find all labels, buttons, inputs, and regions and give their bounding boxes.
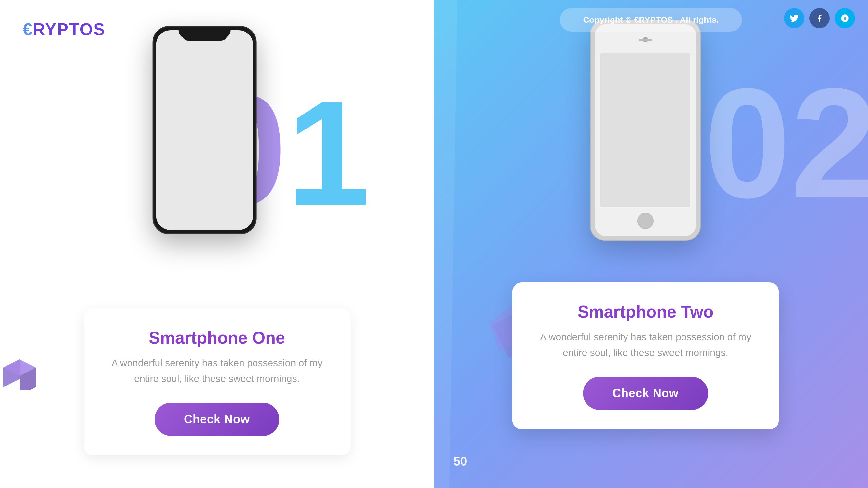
- card-one-title: Smartphone One: [110, 328, 324, 348]
- facebook-icon[interactable]: [809, 8, 830, 28]
- phone-screen: [156, 30, 253, 230]
- logo-text: RYPTOS: [33, 20, 105, 39]
- phone-two-container: [590, 20, 701, 241]
- page-number: 50: [453, 455, 467, 468]
- phone-screen: [600, 53, 690, 207]
- logo-icon: €: [23, 20, 33, 39]
- card-two: Smartphone Two A wonderful serenity has …: [512, 282, 779, 429]
- card-two-title: Smartphone Two: [538, 302, 753, 321]
- card-one: Smartphone One A wonderful serenity has …: [84, 308, 350, 455]
- phone-one-image: [152, 26, 256, 234]
- skype-icon[interactable]: [835, 8, 855, 28]
- left-panel: €RYPTOS 01 Smartphone One A wonderful se…: [0, 0, 434, 488]
- phone-two-image: [590, 20, 701, 241]
- phone-home-button: [637, 213, 653, 229]
- copyright-bar: Copyright © €RYPTOS . All rights.: [560, 8, 742, 32]
- card-two-description: A wonderful serenity has taken possessio…: [538, 329, 753, 360]
- big-num-one: 1: [287, 78, 370, 228]
- check-now-button-one[interactable]: Check Now: [155, 403, 279, 436]
- twitter-icon[interactable]: [784, 8, 804, 28]
- copyright-text: Copyright © €RYPTOS . All rights.: [576, 14, 726, 26]
- logo: €RYPTOS: [23, 20, 105, 39]
- phone-notch: [182, 30, 227, 41]
- diagonal-decoration: [434, 0, 473, 488]
- phone-inner: [595, 24, 696, 236]
- card-one-description: A wonderful serenity has taken possessio…: [110, 355, 324, 387]
- phone-one-container: [152, 26, 256, 234]
- big-number-02: 02: [704, 65, 868, 221]
- right-panel: Copyright © €RYPTOS . All rights. 02: [434, 0, 868, 488]
- phone-speaker: [639, 39, 652, 41]
- check-now-button-two[interactable]: Check Now: [583, 377, 708, 410]
- social-icons: [784, 8, 855, 28]
- cube-decoration: [0, 348, 36, 390]
